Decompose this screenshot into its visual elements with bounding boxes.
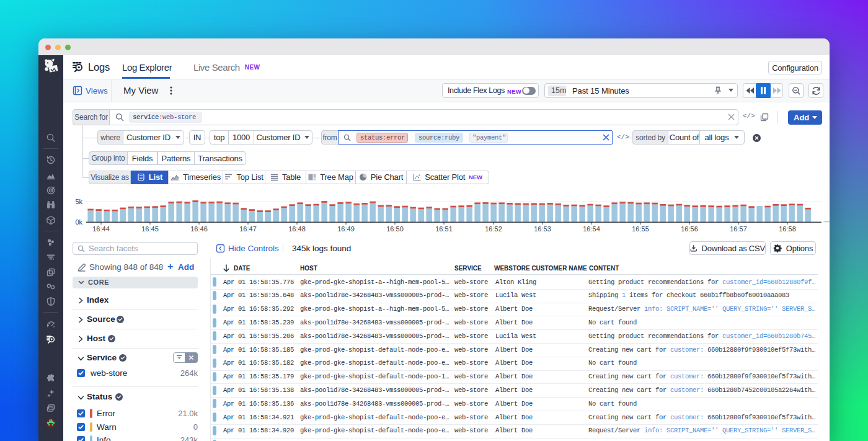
svg-text:0k: 0k [75, 218, 82, 226]
svg-text:16:58: 16:58 [779, 225, 796, 233]
svg-text:16:52: 16:52 [485, 225, 502, 233]
svg-text:16:56: 16:56 [681, 225, 698, 233]
svg-text:16:46: 16:46 [190, 225, 208, 233]
svg-text:16:44: 16:44 [92, 225, 110, 233]
svg-text:16:50: 16:50 [386, 225, 404, 233]
svg-text:16:48: 16:48 [288, 225, 306, 233]
svg-text:16:51: 16:51 [435, 225, 453, 233]
svg-text:16:47: 16:47 [239, 225, 257, 233]
svg-text:16:54: 16:54 [583, 225, 600, 233]
svg-text:16:53: 16:53 [534, 225, 551, 233]
svg-text:16:55: 16:55 [632, 225, 649, 233]
svg-text:16:45: 16:45 [141, 225, 159, 233]
svg-text:16:57: 16:57 [730, 225, 747, 233]
svg-text:16:49: 16:49 [337, 225, 355, 233]
svg-text:5k: 5k [75, 198, 82, 205]
